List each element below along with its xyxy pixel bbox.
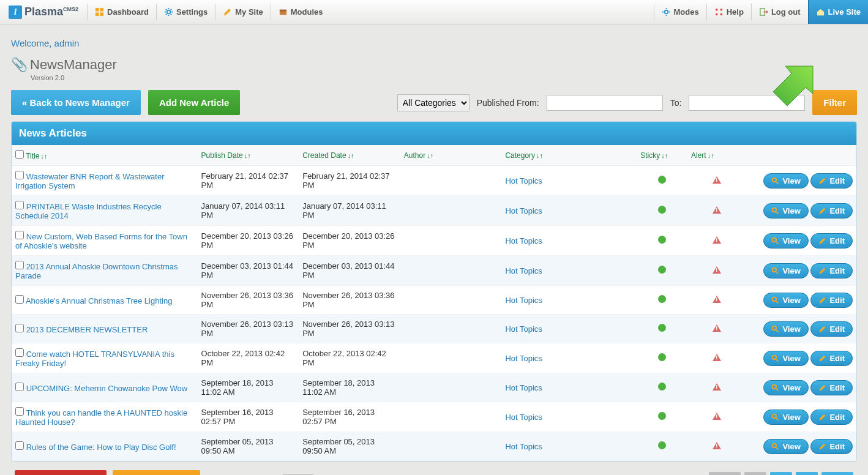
col-author[interactable]: Author	[404, 151, 425, 160]
nav-livesite[interactable]: Live Site	[808, 0, 868, 24]
category-link[interactable]: Hot Topics	[505, 383, 542, 392]
move-articles-button[interactable]: Move Article(s)	[113, 470, 200, 475]
article-title-link[interactable]: Rules of the Game: How to Play Disc Golf…	[26, 443, 176, 452]
nav-logout[interactable]: Log out	[752, 0, 808, 24]
edit-button[interactable]: Edit	[810, 410, 853, 425]
nav-mysite[interactable]: My Site	[215, 0, 271, 24]
category-link[interactable]: Hot Topics	[505, 442, 542, 451]
alert-icon[interactable]	[713, 324, 721, 332]
article-title-link[interactable]: PRINTABLE Waste Industries Recycle Sched…	[15, 202, 162, 220]
category-select[interactable]: All Categories	[397, 94, 470, 111]
article-title-link[interactable]: New Custom, Web Based Forms for the Town…	[15, 232, 187, 250]
edit-button[interactable]: Edit	[810, 173, 853, 189]
sticky-icon[interactable]	[658, 266, 666, 274]
category-link[interactable]: Hot Topics	[505, 176, 542, 185]
article-title-link[interactable]: 2013 Annual Ahoskie Downtown Christmas P…	[15, 262, 178, 280]
edit-button[interactable]: Edit	[810, 321, 853, 337]
delete-articles-button[interactable]: Delete Article(s)	[15, 470, 107, 475]
edit-button[interactable]: Edit	[810, 293, 853, 308]
nav-modules[interactable]: Modules	[271, 0, 331, 24]
sort-icon[interactable]: ↓↑	[708, 152, 714, 159]
view-button[interactable]: View	[763, 321, 808, 337]
sort-icon[interactable]: ↓↑	[348, 152, 354, 159]
alert-icon[interactable]	[713, 296, 721, 303]
article-title-link[interactable]: UPCOMING: Meherrin Chowanoke Pow Wow	[26, 384, 187, 393]
category-link[interactable]: Hot Topics	[505, 296, 542, 305]
view-button[interactable]: View	[763, 351, 808, 366]
page-prev[interactable]: Prev	[709, 472, 741, 476]
view-button[interactable]: View	[763, 233, 808, 249]
sticky-icon[interactable]	[658, 353, 666, 361]
published-from-input[interactable]	[547, 95, 663, 111]
row-checkbox[interactable]	[15, 348, 24, 357]
row-checkbox[interactable]	[15, 201, 24, 209]
view-button[interactable]: View	[763, 173, 808, 189]
sticky-icon[interactable]	[658, 206, 666, 214]
edit-button[interactable]: Edit	[810, 380, 853, 395]
page-next[interactable]: Next	[821, 472, 853, 476]
sticky-icon[interactable]	[658, 383, 666, 391]
nav-settings[interactable]: Settings	[157, 0, 215, 24]
view-button[interactable]: View	[763, 380, 808, 395]
sticky-icon[interactable]	[658, 324, 666, 332]
edit-button[interactable]: Edit	[810, 233, 853, 249]
sticky-icon[interactable]	[658, 295, 666, 303]
edit-button[interactable]: Edit	[810, 263, 853, 279]
category-link[interactable]: Hot Topics	[505, 236, 542, 245]
sort-icon[interactable]: ↓↑	[661, 152, 668, 159]
sticky-icon[interactable]	[658, 412, 666, 420]
alert-icon[interactable]	[713, 383, 721, 391]
alert-icon[interactable]	[713, 266, 721, 274]
sticky-icon[interactable]	[658, 236, 666, 244]
col-sticky[interactable]: Sticky	[640, 151, 660, 160]
edit-button[interactable]: Edit	[810, 439, 853, 454]
row-checkbox[interactable]	[15, 407, 24, 416]
sticky-icon[interactable]	[658, 441, 666, 449]
published-to-input[interactable]	[689, 95, 805, 111]
article-title-link[interactable]: Ahoskie's Annual Christmas Tree Lighting	[26, 296, 173, 305]
article-title-link[interactable]: Wastewater BNR Report & Wastewater Irrig…	[15, 172, 165, 190]
page-2[interactable]: 2	[770, 472, 792, 476]
row-checkbox[interactable]	[15, 324, 24, 332]
article-title-link[interactable]: Think you can handle the A HAUNTED hoski…	[15, 408, 187, 427]
view-button[interactable]: View	[763, 203, 808, 219]
edit-button[interactable]: Edit	[810, 351, 853, 366]
row-checkbox[interactable]	[15, 295, 24, 304]
alert-icon[interactable]	[713, 176, 721, 184]
add-article-button[interactable]: Add New Article	[148, 90, 240, 115]
view-button[interactable]: View	[763, 263, 808, 279]
nav-dashboard[interactable]: Dashboard	[88, 0, 156, 24]
alert-icon[interactable]	[713, 206, 721, 214]
sticky-icon[interactable]	[658, 176, 666, 184]
category-link[interactable]: Hot Topics	[505, 266, 542, 275]
nav-help[interactable]: Help	[707, 0, 751, 24]
category-link[interactable]: Hot Topics	[505, 354, 542, 363]
sort-icon[interactable]: ↓↑	[40, 152, 47, 160]
brand-logo[interactable]: i PlasmaCMS2	[0, 0, 87, 24]
row-checkbox[interactable]	[15, 231, 24, 239]
article-title-link[interactable]: Come watch HOTEL TRANSYLVANIA this Freak…	[15, 350, 174, 368]
row-checkbox[interactable]	[15, 383, 24, 391]
view-button[interactable]: View	[763, 410, 808, 425]
sort-icon[interactable]: ↓↑	[536, 152, 543, 159]
row-checkbox[interactable]	[15, 171, 24, 179]
back-button[interactable]: « Back to News Manager	[11, 90, 141, 115]
col-created[interactable]: Created Date	[302, 151, 346, 160]
filter-button[interactable]: Filter	[812, 90, 857, 115]
row-checkbox[interactable]	[15, 441, 24, 450]
row-checkbox[interactable]	[15, 261, 24, 269]
edit-button[interactable]: Edit	[810, 203, 853, 219]
category-link[interactable]: Hot Topics	[505, 324, 542, 334]
view-button[interactable]: View	[763, 293, 808, 308]
category-link[interactable]: Hot Topics	[505, 413, 542, 422]
col-alert[interactable]: Alert	[691, 151, 706, 160]
article-title-link[interactable]: 2013 DECEMBER NEWSLETTER	[26, 325, 148, 334]
select-all-checkbox[interactable]	[15, 150, 24, 159]
page-1[interactable]: 1	[744, 472, 766, 476]
view-button[interactable]: View	[763, 439, 808, 454]
alert-icon[interactable]	[713, 413, 721, 420]
sort-icon[interactable]: ↓↑	[244, 152, 251, 159]
alert-icon[interactable]	[713, 236, 721, 244]
sort-icon[interactable]: ↓↑	[427, 152, 433, 159]
col-publish[interactable]: Publish Date	[201, 151, 243, 160]
